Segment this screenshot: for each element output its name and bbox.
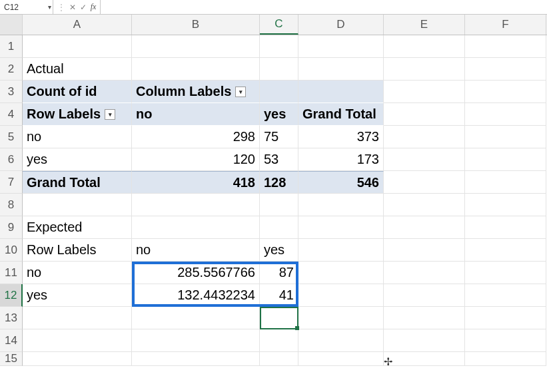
col-header-A[interactable]: A (23, 15, 132, 35)
cell-C14[interactable] (260, 329, 298, 352)
cancel-icon[interactable]: ✕ (69, 3, 76, 12)
cell-B10[interactable]: no (132, 239, 260, 262)
row-header-4[interactable]: 4 (0, 103, 23, 126)
row-header-3[interactable]: 3 (0, 81, 23, 103)
cell-C11[interactable]: 87 (260, 262, 298, 284)
cell-B2[interactable] (132, 58, 260, 81)
row-header-13[interactable]: 13 (0, 307, 23, 329)
cell-F3[interactable] (465, 81, 546, 103)
cell-D15[interactable] (298, 352, 384, 366)
cell-E3[interactable] (384, 81, 465, 103)
cell-C3[interactable] (260, 81, 298, 103)
cell-A3[interactable]: Count of id (23, 81, 132, 103)
cell-E12[interactable] (384, 284, 465, 307)
cell-A9[interactable]: Expected (23, 216, 132, 239)
cell-A8[interactable] (23, 194, 132, 216)
cell-E5[interactable] (384, 126, 465, 148)
row-header-11[interactable]: 11 (0, 262, 23, 284)
cell-F2[interactable] (465, 58, 546, 81)
cell-E10[interactable] (384, 239, 465, 262)
row-header-14[interactable]: 14 (0, 329, 23, 352)
cell-B11[interactable]: 285.5567766 (132, 262, 260, 284)
cell-C4[interactable]: yes (260, 103, 298, 126)
cell-B4[interactable]: no (132, 103, 260, 126)
cell-D5[interactable]: 373 (298, 126, 384, 148)
cell-F1[interactable] (465, 35, 546, 58)
cell-D3[interactable] (298, 81, 384, 103)
row-header-15[interactable]: 15 (0, 352, 23, 366)
col-header-D[interactable]: D (298, 15, 384, 35)
cell-F10[interactable] (465, 239, 546, 262)
cell-C15[interactable] (260, 352, 298, 366)
cell-E6[interactable] (384, 148, 465, 171)
cell-F15[interactable] (465, 352, 546, 366)
fx-icon[interactable]: fx (91, 2, 97, 12)
cell-F12[interactable] (465, 284, 546, 307)
cell-A1[interactable] (23, 35, 132, 58)
cell-F8[interactable] (465, 194, 546, 216)
chevron-down-icon[interactable]: ▾ (48, 3, 51, 11)
row-header-12[interactable]: 12 (0, 284, 23, 307)
cell-A15[interactable] (23, 352, 132, 366)
cell-E1[interactable] (384, 35, 465, 58)
cell-D8[interactable] (298, 194, 384, 216)
cell-D14[interactable] (298, 329, 384, 352)
cell-D12[interactable] (298, 284, 384, 307)
cell-B6[interactable]: 120 (132, 148, 260, 171)
cell-D11[interactable] (298, 262, 384, 284)
cell-F14[interactable] (465, 329, 546, 352)
cell-F11[interactable] (465, 262, 546, 284)
row-header-1[interactable]: 1 (0, 35, 23, 58)
cell-A5[interactable]: no (23, 126, 132, 148)
cell-B5[interactable]: 298 (132, 126, 260, 148)
cell-B14[interactable] (132, 329, 260, 352)
select-all-corner[interactable] (0, 15, 23, 35)
formula-input[interactable] (100, 0, 547, 14)
cell-F13[interactable] (465, 307, 546, 329)
name-box[interactable]: C12 ▾ (0, 0, 53, 14)
confirm-icon[interactable]: ✓ (80, 3, 87, 12)
dropdown-icon[interactable]: ▾ (105, 109, 115, 120)
cell-A11[interactable]: no (23, 262, 132, 284)
dropdown-icon[interactable]: ▾ (235, 87, 246, 97)
cell-B7[interactable]: 418 (132, 171, 260, 194)
cell-E9[interactable] (384, 216, 465, 239)
cell-D2[interactable] (298, 58, 384, 81)
col-header-F[interactable]: F (465, 15, 546, 35)
cell-B9[interactable] (132, 216, 260, 239)
col-header-B[interactable]: B (132, 15, 260, 35)
row-header-2[interactable]: 2 (0, 58, 23, 81)
cell-E4[interactable] (384, 103, 465, 126)
cell-C2[interactable] (260, 58, 298, 81)
cell-B3[interactable]: Column Labels ▾ (132, 81, 260, 103)
cell-D6[interactable]: 173 (298, 148, 384, 171)
row-header-10[interactable]: 10 (0, 239, 23, 262)
cell-C12[interactable]: 41 (260, 284, 298, 307)
cell-C7[interactable]: 128 (260, 171, 298, 194)
row-header-5[interactable]: 5 (0, 126, 23, 148)
cell-D4[interactable]: Grand Total (298, 103, 384, 126)
cell-B8[interactable] (132, 194, 260, 216)
cell-A6[interactable]: yes (23, 148, 132, 171)
cell-E14[interactable] (384, 329, 465, 352)
cell-F5[interactable] (465, 126, 546, 148)
cell-B13[interactable] (132, 307, 260, 329)
cell-F4[interactable] (465, 103, 546, 126)
col-header-C[interactable]: C (260, 15, 298, 35)
cell-B1[interactable] (132, 35, 260, 58)
cell-C5[interactable]: 75 (260, 126, 298, 148)
cell-D9[interactable] (298, 216, 384, 239)
cell-E7[interactable] (384, 171, 465, 194)
row-header-8[interactable]: 8 (0, 194, 23, 216)
cell-A7[interactable]: Grand Total (23, 171, 132, 194)
cell-C13[interactable] (260, 307, 298, 329)
cell-C10[interactable]: yes (260, 239, 298, 262)
cell-E2[interactable] (384, 58, 465, 81)
cell-A13[interactable] (23, 307, 132, 329)
col-header-E[interactable]: E (384, 15, 465, 35)
cell-C6[interactable]: 53 (260, 148, 298, 171)
cell-C8[interactable] (260, 194, 298, 216)
cell-D1[interactable] (298, 35, 384, 58)
cell-F7[interactable] (465, 171, 546, 194)
cell-E15[interactable] (384, 352, 465, 366)
